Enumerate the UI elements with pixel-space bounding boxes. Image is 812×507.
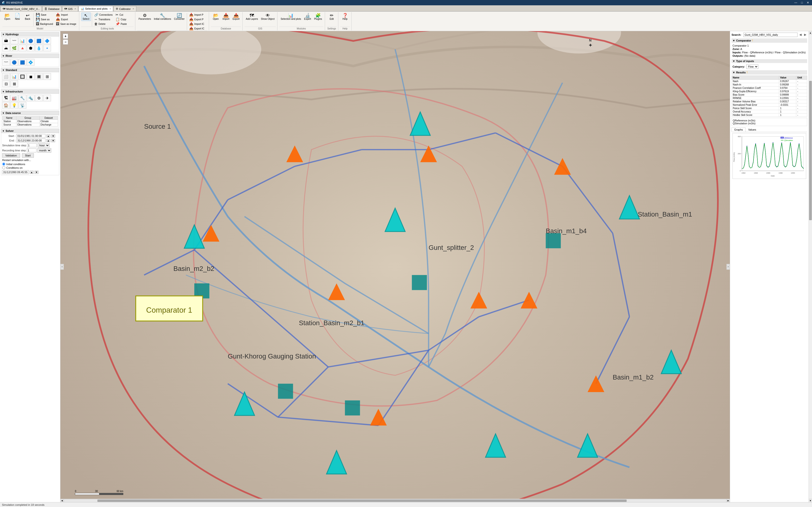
tab-selection-plots[interactable]: 📊 Selection and plots × [79, 6, 113, 11]
solver-end-input[interactable] [16, 138, 45, 143]
import-button[interactable]: 📥 Import [55, 12, 77, 17]
tab-calibrator-close[interactable]: × [133, 7, 134, 10]
import-ic-button[interactable]: 📥 Import IC [188, 22, 207, 26]
tool-river2[interactable]: 🔵 [10, 59, 18, 66]
hscroll-thumb[interactable] [97, 500, 627, 502]
tool-infra5[interactable]: ⚙ [35, 95, 43, 101]
scrollbar-down[interactable]: ▼ [809, 499, 812, 502]
maximize-button[interactable]: □ [800, 1, 804, 4]
connections-button[interactable]: 🔗 Connections [93, 12, 114, 17]
tool-std3[interactable]: 🔲 [18, 73, 27, 80]
cut-button[interactable]: ✂ Cut [114, 12, 134, 17]
tool-std2[interactable]: 📊 [10, 73, 18, 80]
tool-infra1[interactable]: 🏗 [2, 95, 10, 101]
close-button[interactable]: ✕ [806, 1, 810, 4]
help-button[interactable]: ❓ Help [340, 12, 350, 21]
zoom-in-button[interactable]: + [63, 34, 68, 39]
db-import-button[interactable]: 📥 Import [221, 12, 231, 21]
tool-infra8[interactable]: 💡 [10, 102, 18, 109]
db-open-button[interactable]: 📂 Open [211, 12, 221, 21]
parameters-button[interactable]: ⚙ Parameters [137, 12, 152, 21]
solver-start-spin-up[interactable]: ▲ [46, 134, 50, 137]
river-header[interactable]: ▼ River [1, 54, 59, 58]
map-right-arrow[interactable]: › [726, 264, 730, 270]
infrastructure-header[interactable]: ▼ Infrastructure [1, 89, 59, 94]
open-button[interactable]: 📂 Open [2, 12, 12, 21]
sim-step-unit[interactable]: hour [38, 143, 50, 148]
paste-button[interactable]: 📌 Paste [114, 22, 134, 26]
solver-start-spin-down[interactable]: ▼ [51, 134, 55, 137]
tool-extra3[interactable]: ⬟ [27, 45, 35, 51]
tool-extra1[interactable]: 🌿 [10, 45, 18, 51]
tool-extra4[interactable]: 💧 [35, 45, 43, 51]
map-hscroll[interactable]: ◄ ► [60, 499, 730, 502]
tool-dali[interactable]: 🟦 [35, 38, 43, 44]
graphs-tab[interactable]: Graphs [731, 127, 746, 132]
right-scrollbar[interactable]: ▲ ▼ [809, 31, 812, 502]
tool-std5[interactable]: 🔳 [35, 73, 43, 80]
solver-start-input[interactable] [16, 134, 45, 138]
solver-end-spin-down[interactable]: ▼ [51, 139, 55, 142]
map-left-arrow[interactable]: ‹ [60, 264, 64, 270]
category-select[interactable]: Flow [746, 64, 758, 69]
minimize-button[interactable]: — [794, 1, 798, 4]
tool-std7[interactable]: ⊟ [2, 80, 10, 87]
save-as-button[interactable]: 💾 Save as [35, 17, 54, 21]
start-button[interactable]: Start [22, 153, 34, 158]
data-source-header[interactable]: ▼ Data source [1, 111, 59, 115]
db-export-button[interactable]: 📤 Export [231, 12, 241, 21]
search-next-arrow[interactable]: ► [803, 33, 807, 37]
show-object-button[interactable]: 👁 Show Object [260, 12, 276, 21]
transitions-button[interactable]: ↔ Transitions [93, 17, 114, 21]
sim-step-input[interactable] [27, 144, 37, 147]
search-input[interactable] [743, 33, 798, 37]
tool-socont[interactable]: 📊 [18, 38, 27, 44]
tab-database[interactable]: 🗄 Database [42, 6, 62, 11]
save-image-button[interactable]: 🖼 Save as image [55, 22, 77, 26]
type-inputs-header[interactable]: ▼ Type of inputs [731, 59, 807, 63]
tool-std1[interactable]: ⬜ [2, 73, 10, 80]
tool-hbv[interactable]: 〰 [10, 38, 18, 44]
tool-sac[interactable]: 🔷 [43, 38, 51, 44]
export-ic-button[interactable]: 📤 Export IC [188, 26, 207, 31]
tool-river3[interactable]: 🟦 [18, 59, 27, 66]
results-header[interactable]: ▼ Results ! [731, 70, 807, 74]
conditions-spin-up[interactable]: ▲ [30, 171, 34, 174]
selection-plots-button[interactable]: 📊 Selection and plots [280, 12, 302, 21]
expert-button[interactable]: 🔬 Expert [303, 12, 312, 21]
new-button[interactable]: 📄 New [12, 12, 22, 21]
edit-button[interactable]: ✏ Edit [327, 12, 337, 21]
tool-infra2[interactable]: 🏭 [10, 95, 18, 101]
tool-infra7[interactable]: 🏠 [2, 102, 10, 109]
tool-extra2[interactable]: 🔺 [18, 45, 27, 51]
tool-std4[interactable]: ◼ [27, 73, 35, 80]
conditions-date-input[interactable] [2, 170, 29, 174]
tab-gis-close[interactable]: × [74, 7, 76, 10]
search-prev-arrow[interactable]: ◄ [799, 33, 802, 37]
solver-end-spin-up[interactable]: ▲ [46, 139, 50, 142]
rec-step-input[interactable] [27, 149, 37, 152]
hydrology-header[interactable]: ▼ Hydrology [1, 32, 59, 37]
tool-scs2[interactable]: ⛰ [2, 45, 10, 51]
export-p-button[interactable]: 📤 Export P [188, 17, 207, 21]
values-tab[interactable]: Values [746, 127, 759, 132]
scrollbar-thumb[interactable] [809, 81, 812, 220]
back-button[interactable]: ↩ Back [23, 12, 33, 21]
hscroll-track[interactable] [64, 500, 726, 502]
radio-initial-input[interactable] [2, 163, 5, 166]
hscroll-left[interactable]: ◄ [60, 499, 64, 502]
tool-std6[interactable]: ⊞ [43, 73, 51, 80]
map-area[interactable]: Comparator 1 Source 1 Station_Basin_m2_b… [60, 31, 730, 502]
tool-gsm[interactable]: 🏔 [2, 38, 10, 44]
delete-button[interactable]: 🗑 Delete [93, 22, 114, 26]
initial-conditions-button[interactable]: 🔧 Initial conditions [153, 12, 172, 21]
tool-infra9[interactable]: 📡 [18, 102, 27, 109]
export-button[interactable]: 📤 Export [55, 17, 77, 21]
background-button[interactable]: 🖼 Background [35, 22, 54, 26]
tool-extra5[interactable]: 🔹 [43, 45, 51, 51]
save-button[interactable]: 💾 Save [35, 12, 54, 17]
scrollbar-track[interactable] [809, 35, 812, 499]
conditions-spin-down[interactable]: ▼ [35, 171, 39, 174]
radio-conditions-input[interactable] [2, 166, 5, 169]
tool-river4[interactable]: 💠 [27, 59, 35, 66]
